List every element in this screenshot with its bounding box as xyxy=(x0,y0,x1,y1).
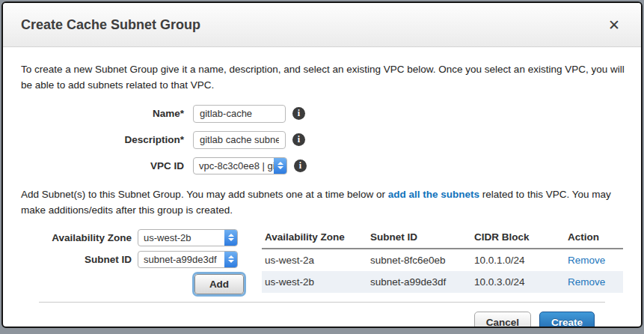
remove-link[interactable]: Remove xyxy=(568,276,605,288)
cell-availability-zone: us-west-2b xyxy=(262,271,367,293)
cell-cidr-block: 10.0.3.0/24 xyxy=(471,271,565,293)
subnet-id-row: Subnet ID subnet-a99de3df xyxy=(21,251,244,268)
info-icon[interactable]: i xyxy=(294,160,307,172)
add-subnets-text: Add Subnet(s) to this Subnet Group. You … xyxy=(21,187,625,219)
availability-zone-row: Availability Zone us-west-2b xyxy=(21,229,244,246)
add-subnets-text-before: Add Subnet(s) to this Subnet Group. You … xyxy=(21,189,388,200)
name-label: Name* xyxy=(21,108,193,119)
availability-zone-label: Availability Zone xyxy=(21,232,138,243)
description-label: Description* xyxy=(21,134,193,145)
table-row: us-west-2b subnet-a99de3df 10.0.3.0/24 R… xyxy=(262,271,623,293)
cell-availability-zone: us-west-2a xyxy=(262,249,367,271)
dialog-body: To create a new Subnet Group give it a n… xyxy=(3,47,641,328)
dialog-header: Create Cache Subnet Group ✕ xyxy=(3,3,641,47)
select-stepper-icon xyxy=(274,158,286,174)
select-stepper-icon xyxy=(224,252,237,267)
info-icon[interactable]: i xyxy=(292,107,305,120)
select-stepper-icon xyxy=(224,230,237,246)
add-all-subnets-link[interactable]: add all the subnets xyxy=(388,189,479,200)
table-row: us-west-2a subnet-8fc6e0eb 10.0.1.0/24 R… xyxy=(262,249,623,271)
vpc-id-select[interactable]: vpc-8c3c0ee8 | gitlab xyxy=(193,157,287,174)
subnet-picker-section: Availability Zone us-west-2b Subnet ID s… xyxy=(21,229,623,294)
intro-text: To create a new Subnet Group give it a n… xyxy=(21,62,625,94)
vpc-id-selected-value: vpc-8c3c0ee8 | gitlab xyxy=(194,160,274,171)
subnet-picker-form: Availability Zone us-west-2b Subnet ID s… xyxy=(21,229,244,294)
availability-zone-select[interactable]: us-west-2b xyxy=(138,229,238,246)
remove-link[interactable]: Remove xyxy=(568,255,605,266)
col-header-cidr-block: CIDR Block xyxy=(471,229,565,249)
description-field-row: Description* i xyxy=(21,131,623,149)
name-field-row: Name* i xyxy=(21,105,623,123)
cell-cidr-block: 10.0.1.0/24 xyxy=(471,249,565,271)
cell-subnet-id: subnet-8fc6e0eb xyxy=(367,249,471,271)
dialog-footer: Cancel Create xyxy=(21,303,623,328)
availability-zone-selected-value: us-west-2b xyxy=(138,232,224,243)
cancel-button[interactable]: Cancel xyxy=(474,312,531,328)
info-icon[interactable]: i xyxy=(292,133,305,146)
vpc-field-row: VPC ID vpc-8c3c0ee8 | gitlab i xyxy=(21,157,623,174)
name-input[interactable] xyxy=(193,105,286,123)
description-input[interactable] xyxy=(193,131,286,149)
add-button[interactable]: Add xyxy=(194,274,244,294)
col-header-action: Action xyxy=(565,229,623,249)
subnet-id-select[interactable]: subnet-a99de3df xyxy=(138,251,238,268)
dialog-title: Create Cache Subnet Group xyxy=(21,17,605,33)
vpc-id-label: VPC ID xyxy=(21,160,193,171)
table-header-row: Availability Zone Subnet ID CIDR Block A… xyxy=(262,229,623,249)
cell-subnet-id: subnet-a99de3df xyxy=(367,271,471,293)
create-button[interactable]: Create xyxy=(539,312,595,328)
subnets-table: Availability Zone Subnet ID CIDR Block A… xyxy=(262,229,623,293)
col-header-subnet-id: Subnet ID xyxy=(367,229,471,249)
close-icon[interactable]: ✕ xyxy=(605,16,623,34)
subnet-id-selected-value: subnet-a99de3df xyxy=(138,254,224,265)
subnet-id-label: Subnet ID xyxy=(21,254,138,265)
create-cache-subnet-group-dialog: Create Cache Subnet Group ✕ To create a … xyxy=(1,1,643,328)
col-header-availability-zone: Availability Zone xyxy=(262,229,367,249)
